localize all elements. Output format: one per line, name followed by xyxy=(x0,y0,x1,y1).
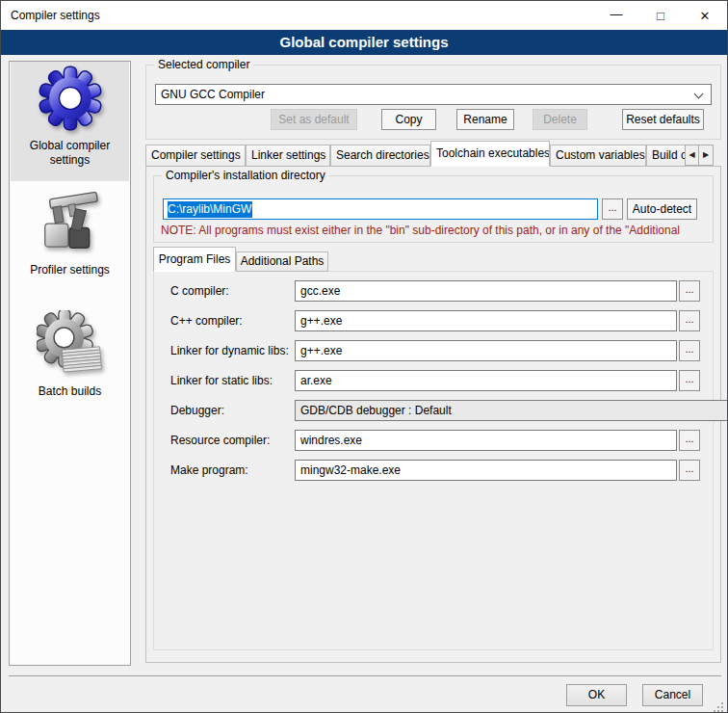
tab-scroll-right-button[interactable]: ▶ xyxy=(699,145,714,166)
window-controls: — □ ✕ xyxy=(594,1,727,30)
c-compiler-input[interactable]: gcc.exe xyxy=(295,280,677,302)
window-title: Compiler settings xyxy=(11,1,100,30)
installation-directory-browse-button[interactable]: ... xyxy=(602,198,623,220)
resize-grip[interactable] xyxy=(714,699,723,708)
tab-linker-settings[interactable]: Linker settings xyxy=(246,145,330,167)
tab-custom-variables[interactable]: Custom variables xyxy=(550,145,646,167)
debugger-row: Debugger: GDB/CDB debugger : Default xyxy=(170,400,702,421)
c-compiler-browse-button[interactable]: ... xyxy=(679,280,700,302)
chevron-down-icon xyxy=(694,90,704,99)
make-program-row: Make program: mingw32-make.exe ... xyxy=(170,460,702,481)
cpp-compiler-input[interactable]: g++.exe xyxy=(295,310,677,331)
c-compiler-row: C compiler: gcc.exe ... xyxy=(170,280,702,302)
page-title: Global compiler settings xyxy=(1,30,727,55)
selected-compiler-legend: Selected compiler xyxy=(154,58,253,72)
sidebar-item-batch-builds[interactable]: Batch builds xyxy=(11,306,129,407)
sidebar-item-global-compiler-settings[interactable]: Global compiler settings xyxy=(11,62,129,181)
resource-compiler-row: Resource compiler: windres.exe ... xyxy=(170,430,702,451)
footer-divider xyxy=(9,675,721,676)
cpp-compiler-browse-button[interactable]: ... xyxy=(679,310,700,331)
delete-button[interactable]: Delete xyxy=(533,109,587,130)
close-icon: ✕ xyxy=(700,9,711,23)
tab-toolchain-executables[interactable]: Toolchain executables xyxy=(430,141,550,167)
c-compiler-label: C compiler: xyxy=(170,280,292,302)
make-program-input[interactable]: mingw32-make.exe xyxy=(295,460,677,481)
caliper-blocks-icon xyxy=(37,189,104,256)
settings-category-list: Global compiler settings xyxy=(9,61,131,666)
static-linker-label: Linker for static libs: xyxy=(170,370,292,391)
tab-build-options[interactable]: Build options xyxy=(646,145,687,167)
resource-compiler-label: Resource compiler: xyxy=(170,430,292,451)
reset-defaults-button[interactable]: Reset defaults xyxy=(622,109,704,130)
copy-button[interactable]: Copy xyxy=(381,109,436,130)
resource-compiler-browse-button[interactable]: ... xyxy=(679,430,700,451)
tab-search-directories[interactable]: Search directories xyxy=(330,145,430,167)
set-as-default-button[interactable]: Set as default xyxy=(271,109,357,130)
dynamic-linker-row: Linker for dynamic libs: g++.exe ... xyxy=(170,340,702,361)
rename-button[interactable]: Rename xyxy=(456,109,514,130)
minimize-button[interactable]: — xyxy=(594,1,638,30)
tab-scroll-left-button[interactable]: ◀ xyxy=(685,145,699,166)
maximize-icon: □ xyxy=(657,9,664,23)
static-linker-row: Linker for static libs: ar.exe ... xyxy=(170,370,702,391)
sidebar-item-label: Global compiler settings xyxy=(11,139,129,168)
static-linker-browse-button[interactable]: ... xyxy=(679,370,700,391)
bin-subdirectory-note: NOTE: All programs must exist either in … xyxy=(161,224,706,238)
gray-gear-stack-icon xyxy=(37,310,104,378)
cpp-compiler-row: C++ compiler: g++.exe ... xyxy=(170,310,702,331)
cpp-compiler-label: C++ compiler: xyxy=(170,310,292,331)
dynamic-linker-browse-button[interactable]: ... xyxy=(679,340,700,361)
compiler-settings-dialog: Compiler settings — □ ✕ Global compiler … xyxy=(0,0,728,713)
sidebar-item-label: Profiler settings xyxy=(26,263,114,277)
tab-additional-paths[interactable]: Additional Paths xyxy=(236,251,328,272)
dynamic-linker-label: Linker for dynamic libs: xyxy=(170,340,292,361)
arrow-left-icon: ◀ xyxy=(689,150,694,159)
static-linker-input[interactable]: ar.exe xyxy=(295,370,677,391)
tab-program-files[interactable]: Program Files xyxy=(153,247,236,272)
paths-tab-strip: Program Files Additional Paths xyxy=(153,248,714,272)
blue-gear-icon xyxy=(37,65,104,132)
settings-tab-strip: Compiler settings Linker settings Search… xyxy=(145,142,721,167)
auto-detect-button[interactable]: Auto-detect xyxy=(627,198,697,220)
maximize-button[interactable]: □ xyxy=(638,1,683,30)
sidebar-item-label: Batch builds xyxy=(35,384,105,399)
title-bar[interactable]: Compiler settings — □ ✕ xyxy=(1,1,727,30)
compiler-select-value: GNU GCC Compiler xyxy=(161,88,265,101)
minimize-icon: — xyxy=(611,7,623,21)
debugger-select-value: GDB/CDB debugger : Default xyxy=(300,404,452,417)
selected-text: C:\raylib\MinGW xyxy=(168,201,252,218)
ok-button[interactable]: OK xyxy=(566,684,627,706)
debugger-label: Debugger: xyxy=(170,400,292,421)
make-program-label: Make program: xyxy=(170,460,292,481)
installation-directory-input[interactable]: C:\raylib\MinGW xyxy=(163,198,598,220)
make-program-browse-button[interactable]: ... xyxy=(679,460,700,481)
arrow-right-icon: ▶ xyxy=(703,150,709,159)
sidebar-item-profiler-settings[interactable]: Profiler settings xyxy=(11,187,129,287)
resource-compiler-input[interactable]: windres.exe xyxy=(295,430,677,451)
cancel-button[interactable]: Cancel xyxy=(642,684,703,706)
tab-compiler-settings[interactable]: Compiler settings xyxy=(145,145,246,167)
tab-scroll-buttons: ◀ ▶ xyxy=(685,145,714,166)
installation-directory-legend: Compiler's installation directory xyxy=(162,169,329,183)
close-button[interactable]: ✕ xyxy=(683,1,727,30)
compiler-select[interactable]: GNU GCC Compiler xyxy=(155,84,712,105)
debugger-select[interactable]: GDB/CDB debugger : Default xyxy=(295,400,728,421)
dynamic-linker-input[interactable]: g++.exe xyxy=(295,340,677,361)
